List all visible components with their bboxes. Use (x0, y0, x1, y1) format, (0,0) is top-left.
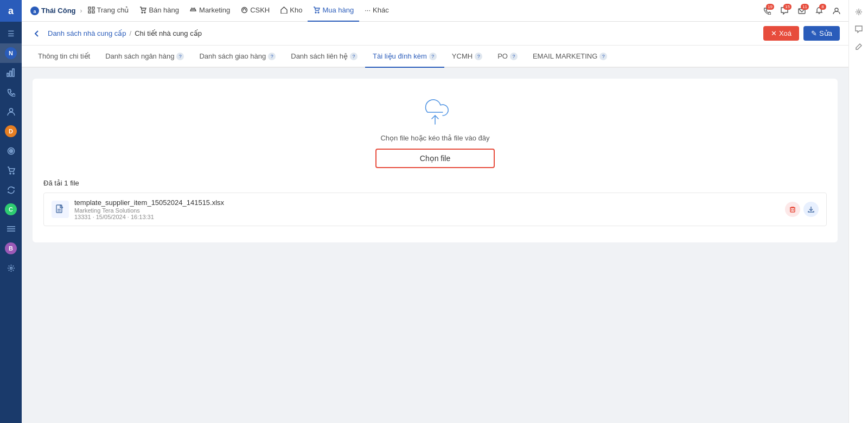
sidebar-item-shop[interactable] (0, 161, 22, 180)
right-icon-settings[interactable] (851, 4, 866, 20)
content-wrapper: Danh sách nhà cung cấp / Chi tiết nhà cu… (22, 22, 848, 423)
nav-trangchu[interactable]: Trang chủ (82, 0, 135, 22)
nav-muahang[interactable]: Mua hàng (308, 0, 359, 22)
back-button[interactable] (30, 27, 43, 40)
sidebar-item-c[interactable]: C (0, 200, 22, 219)
choose-file-button[interactable]: Chọn file (375, 149, 495, 168)
sidebar-item-chart[interactable] (0, 63, 22, 82)
edit-button[interactable]: ✎ Sửa (803, 26, 840, 41)
breadcrumb-link[interactable]: Danh sách nhà cung cấp (48, 29, 126, 37)
tab-thongtin[interactable]: Thông tin chi tiết (30, 46, 98, 68)
sidebar-item-d[interactable]: D (0, 121, 22, 141)
file-info: template_supplier_item_15052024_141515.x… (74, 198, 780, 220)
brand[interactable]: a Thái Công (26, 7, 80, 15)
cloud-upload-icon (419, 95, 451, 127)
edit-icon: ✎ (811, 29, 817, 37)
file-download-button[interactable] (803, 202, 819, 217)
topbar-user-icon[interactable] (829, 3, 844, 18)
sidebar-item-settings[interactable] (0, 258, 22, 278)
svg-point-21 (242, 8, 247, 13)
uploaded-section: Đã tải 1 file template_supplier_item_150… (43, 179, 827, 226)
file-actions (785, 202, 819, 217)
topbar: a Thái Công › Trang chủ Bán hàng Marketi… (22, 0, 848, 22)
sidebar-logo[interactable]: a (0, 0, 22, 22)
edit-label: Sửa (819, 29, 832, 37)
topbar-right-icons: 19 15 11 8 (760, 3, 844, 18)
tab-emailmarketing[interactable]: EMAIL MARKETING ? (525, 46, 615, 68)
sidebar-item-n[interactable]: N (0, 43, 22, 63)
svg-rect-2 (12, 69, 14, 76)
delete-label: Xoá (779, 29, 792, 37)
brand-name: Thái Công (41, 7, 76, 15)
sidebar-item-bars[interactable] (0, 219, 22, 239)
right-icon-pen[interactable] (851, 39, 866, 54)
tab-info-giaohang: ? (268, 53, 276, 60)
sidebar-item-target[interactable] (0, 141, 22, 161)
right-icon-chat[interactable] (851, 22, 866, 37)
action-bar: Danh sách nhà cung cấp / Chi tiết nhà cu… (22, 22, 848, 46)
file-type-icon (52, 201, 69, 218)
left-sidebar: a ☰ N D C B (0, 0, 22, 423)
file-item: template_supplier_item_15052024_141515.x… (43, 193, 827, 226)
breadcrumb: Danh sách nhà cung cấp / Chi tiết nhà cu… (48, 29, 763, 37)
tab-po[interactable]: PO ? (490, 46, 525, 68)
tab-giaohang[interactable]: Danh sách giao hàng ? (192, 46, 283, 68)
action-buttons: ✕ Xoá ✎ Sửa (763, 26, 840, 41)
nav-marketing[interactable]: Marketing (184, 0, 235, 22)
svg-point-12 (10, 267, 12, 269)
svg-point-24 (315, 12, 316, 13)
tab-info-ycmh: ? (475, 53, 482, 60)
file-company: Marketing Tera Solutions (74, 207, 780, 214)
uploaded-count-label: Đã tải 1 file (43, 179, 827, 187)
nav-cskh[interactable]: CSKH (235, 0, 275, 22)
delete-icon: ✕ (771, 29, 777, 37)
sidebar-item-b[interactable]: B (0, 239, 22, 258)
main-area: a Thái Công › Trang chủ Bán hàng Marketi… (22, 0, 848, 423)
sidebar-item-phone[interactable] (0, 82, 22, 102)
nav-banhang[interactable]: Bán hàng (134, 0, 184, 22)
right-mini-bar (848, 0, 868, 423)
delete-button[interactable]: ✕ Xoá (763, 26, 799, 41)
svg-point-8 (13, 173, 14, 174)
sidebar-item-menu[interactable]: ☰ (0, 24, 22, 43)
svg-rect-15 (88, 7, 91, 9)
topbar-bell-icon[interactable]: 8 (812, 3, 827, 18)
page-content: Chọn file hoặc kéo thả file vào đây Chọn… (22, 68, 848, 423)
tab-info-po: ? (510, 53, 518, 60)
file-meta: 13331 · 15/05/2024 · 16:13:31 (74, 214, 780, 220)
tab-lienhe[interactable]: Danh sách liên hệ ? (283, 46, 365, 68)
breadcrumb-separator: / (130, 29, 132, 37)
tab-info-nganhang: ? (176, 53, 184, 60)
tab-nganhang[interactable]: Danh sách ngân hàng ? (98, 46, 192, 68)
svg-rect-1 (10, 71, 11, 76)
svg-rect-16 (92, 7, 94, 9)
breadcrumb-current: Chi tiết nhà cung cấp (135, 29, 202, 37)
svg-rect-18 (92, 11, 94, 13)
tab-bar: Thông tin chi tiết Danh sách ngân hàng ?… (22, 46, 848, 68)
nav-khac[interactable]: ··· Khác (359, 0, 394, 22)
tab-info-lienhe: ? (350, 53, 358, 60)
top-nav: Trang chủ Bán hàng Marketing CSKH Kho Mu… (82, 0, 760, 22)
svg-point-20 (144, 12, 145, 13)
svg-point-25 (318, 12, 319, 13)
svg-point-28 (835, 8, 838, 11)
upload-section: Chọn file hoặc kéo thả file vào đây Chọn… (33, 79, 838, 242)
svg-point-19 (142, 12, 143, 13)
topbar-email-icon[interactable]: 11 (794, 3, 809, 18)
topbar-phone-icon[interactable]: 19 (760, 3, 775, 18)
svg-point-6 (10, 150, 11, 151)
svg-rect-17 (88, 11, 91, 13)
nav-kho[interactable]: Kho (275, 0, 308, 22)
tab-info-tailieu: ? (429, 53, 437, 60)
tab-ycmh[interactable]: YCMH ? (444, 46, 490, 68)
svg-rect-0 (7, 73, 9, 76)
sidebar-item-refresh[interactable] (0, 180, 22, 200)
sidebar-item-person[interactable] (0, 102, 22, 121)
tab-tailieu[interactable]: Tài liệu đính kèm ? (365, 46, 444, 68)
file-delete-button[interactable] (785, 202, 800, 217)
topbar-chat-icon[interactable]: 15 (777, 3, 792, 18)
svg-rect-33 (790, 208, 795, 212)
tab-info-emailmarketing: ? (599, 53, 607, 60)
upload-hint: Chọn file hoặc kéo thả file vào đây (380, 134, 489, 142)
svg-text:a: a (34, 8, 36, 14)
